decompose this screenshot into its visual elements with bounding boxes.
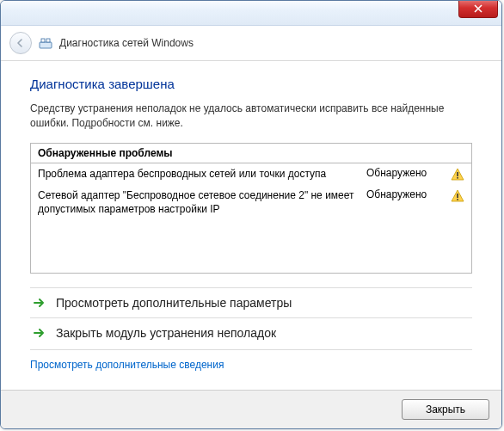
problems-box: Обнаруженные проблемы Проблема адаптера …: [30, 143, 472, 274]
problem-status: Обнаружено: [366, 167, 444, 179]
close-button-label: Закрыть: [426, 403, 465, 416]
dialog-window: Диагностика сетей Windows Диагностика за…: [0, 0, 502, 429]
problems-header: Обнаруженные проблемы: [31, 144, 471, 163]
option-label: Просмотреть дополнительные параметры: [56, 296, 292, 310]
page-subtext: Средству устранения неполадок не удалось…: [30, 102, 472, 131]
arrow-right-icon: [32, 325, 47, 341]
problem-row: Проблема адаптера беспроводных сетей или…: [31, 163, 471, 185]
problem-text: Сетевой адаптер "Беспроводное сетевое со…: [38, 188, 360, 216]
problem-status: Обнаружено: [366, 188, 444, 200]
svg-rect-2: [46, 39, 50, 42]
close-icon: [474, 4, 482, 13]
option-close-module[interactable]: Закрыть модуль устранения неполадок: [30, 317, 472, 348]
network-diag-icon: [39, 36, 52, 50]
svg-rect-3: [457, 172, 458, 176]
svg-rect-0: [40, 42, 52, 48]
problem-row: Сетевой адаптер "Беспроводное сетевое со…: [31, 185, 471, 219]
dialog-footer: Закрыть: [1, 390, 501, 428]
svg-rect-6: [457, 199, 458, 200]
warning-icon: [451, 168, 464, 182]
titlebar[interactable]: [1, 1, 501, 26]
details-link-row: Просмотреть дополнительные сведения: [30, 349, 472, 371]
option-view-params[interactable]: Просмотреть дополнительные параметры: [30, 287, 472, 317]
close-window-button[interactable]: [458, 0, 498, 18]
window-title: Диагностика сетей Windows: [59, 37, 194, 49]
svg-rect-4: [457, 177, 458, 179]
header-row: Диагностика сетей Windows: [1, 26, 501, 61]
option-label: Закрыть модуль устранения неполадок: [56, 326, 276, 340]
svg-rect-5: [457, 194, 458, 198]
warning-icon: [451, 189, 464, 203]
details-link[interactable]: Просмотреть дополнительные сведения: [30, 359, 224, 371]
content-area: Диагностика завершена Средству устранени…: [1, 61, 501, 390]
problem-text: Проблема адаптера беспроводных сетей или…: [38, 167, 360, 181]
back-button[interactable]: [9, 32, 32, 54]
page-heading: Диагностика завершена: [30, 77, 472, 91]
arrow-right-icon: [32, 295, 47, 311]
close-button[interactable]: Закрыть: [402, 399, 489, 420]
back-arrow-icon: [15, 38, 26, 48]
svg-rect-1: [41, 39, 45, 42]
